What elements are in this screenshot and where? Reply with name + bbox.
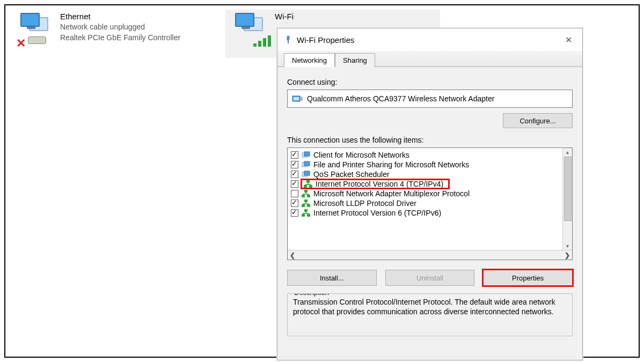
svg-rect-6 [304, 152, 310, 156]
svg-rect-21 [307, 214, 310, 217]
dialog-titlebar[interactable]: Wi-Fi Properties ✕ [277, 28, 582, 51]
adapter-title: Ethernet [60, 11, 180, 22]
adapter-status: Network cable unplugged [60, 22, 180, 33]
service-icon [302, 161, 310, 168]
svg-rect-15 [307, 195, 310, 197]
svg-rect-1 [288, 40, 289, 43]
protocol-icon [302, 209, 310, 217]
disconnected-icon: ✕ [16, 36, 26, 50]
signal-bars-icon [253, 35, 271, 47]
svg-rect-10 [304, 171, 310, 175]
adapter-ethernet[interactable]: ✕ Ethernet Network cable unplugged Realt… [11, 10, 225, 44]
item-label: Microsoft LLDP Protocol Driver [313, 199, 420, 208]
network-item[interactable]: File and Printer Sharing for Microsoft N… [289, 160, 571, 169]
close-button[interactable]: ✕ [559, 33, 578, 47]
properties-button[interactable]: Properties [483, 270, 573, 286]
scroll-down-icon: ▾ [566, 243, 569, 249]
install-button[interactable]: Install... [287, 270, 377, 286]
protocol-icon [304, 180, 312, 188]
scrollbar-thumb [564, 157, 572, 221]
wifi-icon [228, 11, 270, 43]
svg-rect-8 [304, 161, 310, 166]
svg-rect-18 [307, 204, 310, 207]
adapter-device: Realtek PCIe GbE Family Controller [60, 33, 180, 43]
service-icon [302, 171, 310, 178]
svg-rect-19 [304, 200, 308, 202]
description-legend: Description [292, 293, 331, 297]
scroll-left-icon: ❮ [290, 252, 295, 259]
svg-rect-13 [306, 180, 310, 183]
service-icon [302, 151, 310, 159]
item-checkbox[interactable] [291, 200, 298, 207]
scroll-right-icon: ❯ [565, 252, 570, 259]
adapter-select-box[interactable]: Qualcomm Atheros QCA9377 Wireless Networ… [287, 90, 573, 108]
network-item[interactable]: Microsoft Network Adapter Multiplexor Pr… [289, 189, 571, 198]
items-label: This connection uses the following items… [287, 136, 573, 144]
item-label: File and Printer Sharing for Microsoft N… [313, 160, 472, 169]
svg-rect-0 [287, 36, 289, 40]
network-item[interactable]: Internet Protocol Version 6 (TCP/IPv6) [289, 208, 571, 218]
svg-rect-12 [309, 185, 312, 188]
uninstall-button: Uninstall [385, 270, 475, 286]
network-connections-window: ✕ Ethernet Network cable unplugged Realt… [4, 4, 640, 358]
network-item[interactable]: Client for Microsoft Networks [289, 150, 571, 160]
tab-sharing[interactable]: Sharing [335, 53, 375, 67]
svg-rect-22 [304, 209, 308, 212]
adapter-name: Qualcomm Atheros QCA9377 Wireless Networ… [307, 94, 494, 103]
wifi-properties-dialog: Wi-Fi Properties ✕ Networking Sharing Co… [277, 28, 583, 360]
horizontal-scrollbar[interactable]: ❮ ❯ [288, 250, 572, 260]
protocol-icon [302, 190, 310, 197]
item-checkbox[interactable] [291, 171, 298, 178]
svg-rect-16 [304, 190, 308, 193]
svg-rect-17 [302, 204, 305, 207]
network-item[interactable]: QoS Packet Scheduler [289, 169, 571, 179]
item-checkbox[interactable] [291, 190, 298, 197]
svg-rect-20 [302, 214, 305, 217]
description-group: Description Transmission Control Protoco… [287, 293, 573, 336]
tab-networking[interactable]: Networking [284, 53, 335, 67]
item-label: Microsoft Network Adapter Multiplexor Pr… [313, 189, 473, 198]
network-item[interactable]: Microsoft LLDP Protocol Driver [289, 198, 571, 208]
configure-button[interactable]: Configure... [503, 113, 573, 128]
item-label: Internet Protocol Version 4 (TCP/IPv4) [316, 180, 447, 188]
item-checkbox[interactable] [291, 180, 298, 188]
adapter-card-icon [292, 94, 303, 104]
vertical-scrollbar[interactable]: ▴ ▾ [562, 148, 572, 250]
svg-rect-4 [300, 97, 302, 100]
dialog-tabs: Networking Sharing [277, 51, 582, 67]
network-item[interactable]: Internet Protocol Version 4 (TCP/IPv4) [289, 179, 571, 189]
network-items-listbox: Client for Microsoft NetworksFile and Pr… [287, 147, 573, 260]
protocol-icon [302, 200, 310, 207]
connect-using-label: Connect using: [287, 78, 573, 86]
item-checkbox[interactable] [291, 209, 298, 217]
item-label: Internet Protocol Version 6 (TCP/IPv6) [313, 209, 444, 217]
item-checkbox[interactable] [291, 151, 298, 159]
ethernet-icon: ✕ [13, 11, 56, 43]
network-adapter-icon [284, 35, 292, 44]
scroll-up-icon: ▴ [566, 149, 569, 155]
svg-rect-14 [302, 195, 305, 197]
adapter-title: Wi-Fi [275, 11, 294, 22]
svg-rect-3 [294, 97, 299, 100]
description-text: Transmission Control Protocol/Internet P… [293, 297, 567, 316]
item-checkbox[interactable] [291, 161, 298, 168]
dialog-title: Wi-Fi Properties [297, 35, 554, 45]
dialog-content: Connect using: Qualcomm Atheros QCA9377 … [277, 67, 582, 360]
svg-rect-11 [304, 185, 307, 188]
item-label: QoS Packet Scheduler [313, 170, 393, 179]
cable-icon [28, 36, 46, 44]
item-label: Client for Microsoft Networks [313, 151, 413, 159]
